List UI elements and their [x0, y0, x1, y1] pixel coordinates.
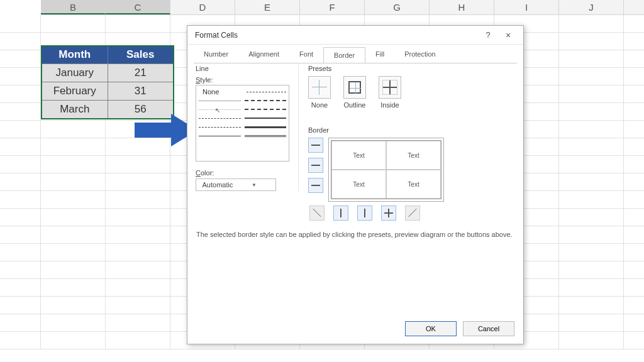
border-middle-h-icon [311, 161, 320, 170]
preset-outline-icon [348, 81, 361, 94]
table-row[interactable]: February 31 [42, 82, 173, 100]
col-header-f[interactable]: F [300, 0, 365, 14]
border-right-icon [384, 209, 393, 217]
col-header-h[interactable]: H [430, 0, 494, 14]
style-dash-dot-thick[interactable] [245, 100, 287, 101]
preset-none-label: None [308, 101, 331, 109]
cursor-icon: ↖ [215, 107, 220, 114]
preset-inside-label: Inside [379, 101, 401, 109]
style-double[interactable] [245, 135, 287, 137]
col-header-c[interactable]: C [106, 0, 170, 14]
dialog-titlebar[interactable]: Format Cells ? × [187, 26, 523, 45]
border-right-button[interactable] [381, 206, 396, 221]
chevron-down-icon: ▼ [236, 182, 272, 188]
tab-number[interactable]: Number [194, 47, 238, 63]
preview-cell: Text [331, 170, 386, 199]
preview-cell: Text [386, 170, 441, 199]
border-middle-h-button[interactable] [308, 158, 323, 173]
border-bottom-button[interactable] [308, 178, 323, 193]
col-header-j[interactable]: J [559, 0, 624, 14]
cell-month: March [42, 101, 108, 118]
border-middle-v-icon [360, 209, 369, 217]
line-color-dropdown[interactable]: Automatic ▼ [196, 178, 276, 191]
presets-group: Presets None Outline Inside [308, 65, 401, 109]
border-preview[interactable]: Text Text Text Text [328, 138, 444, 202]
preset-outline-button[interactable] [343, 76, 366, 99]
tab-panel-border: Line Style: None ↖ Color: Automatic ▼ Pr… [194, 63, 517, 311]
cell-month: February [42, 82, 108, 100]
tab-font[interactable]: Font [289, 47, 323, 63]
table-row[interactable]: January 21 [42, 63, 173, 82]
preset-none-icon [312, 80, 327, 95]
style-medium[interactable] [245, 118, 287, 119]
tab-fill[interactable]: Fill [365, 47, 394, 63]
hint-text: The selected border style can be applied… [196, 231, 513, 238]
border-bottom-icon [311, 181, 320, 190]
presets-group-label: Presets [308, 65, 401, 72]
style-none[interactable]: None [199, 88, 243, 96]
border-group: Border Text Text Text Text [308, 126, 444, 221]
help-button[interactable]: ? [478, 30, 498, 40]
cell-sales: 21 [108, 64, 174, 82]
style-thick[interactable] [245, 126, 287, 128]
preview-cell: Text [331, 141, 386, 170]
tab-alignment[interactable]: Alignment [238, 47, 289, 63]
border-middle-v-button[interactable] [357, 206, 372, 221]
table-header: Month Sales [42, 46, 173, 63]
tab-border[interactable]: Border [323, 47, 365, 63]
style-dash-thick[interactable] [245, 109, 287, 110]
border-left-icon [336, 209, 345, 217]
cancel-button[interactable]: Cancel [463, 321, 514, 336]
border-left-button[interactable] [333, 206, 348, 221]
dialog-button-row: OK Cancel [405, 321, 514, 336]
col-header-d[interactable]: D [170, 0, 235, 14]
preview-cell: Text [386, 141, 441, 170]
style-thin[interactable] [199, 136, 241, 136]
border-diag-up-icon [313, 209, 321, 217]
preset-outline-label: Outline [343, 101, 366, 109]
cell-month: January [42, 64, 108, 82]
preset-none-button[interactable] [308, 76, 331, 99]
line-group: Line Style: None ↖ Color: Automatic ▼ [196, 65, 299, 191]
header-sales: Sales [108, 46, 174, 63]
preset-inside-button[interactable] [379, 76, 401, 99]
dialog-tabs: Number Alignment Font Border Fill Protec… [187, 45, 523, 63]
ok-button[interactable]: OK [405, 321, 457, 336]
line-color-value: Automatic [199, 181, 236, 189]
style-dash-thin[interactable] [247, 92, 287, 92]
data-table: Month Sales January 21 February 31 March… [42, 45, 174, 119]
cell-sales: 31 [108, 82, 174, 100]
col-header-b[interactable]: B [41, 0, 106, 14]
border-diag-up-button[interactable] [309, 206, 325, 221]
style-dash-dot[interactable] [199, 127, 241, 128]
border-diag-down-icon [408, 209, 417, 217]
preset-inside-icon [382, 80, 397, 95]
col-header-e[interactable]: E [235, 0, 300, 14]
border-top-icon [311, 141, 320, 150]
border-top-button[interactable] [308, 138, 323, 153]
style-dashed[interactable] [199, 118, 241, 119]
line-style-label: Style: [196, 76, 289, 84]
border-diag-down-button[interactable] [405, 206, 420, 221]
line-color-label: Color: [196, 169, 289, 177]
line-style-listbox[interactable]: None ↖ [196, 85, 289, 162]
close-button[interactable]: × [498, 30, 518, 40]
header-month: Month [42, 46, 108, 63]
dialog-title: Format Cells [195, 31, 478, 40]
line-group-label: Line [196, 65, 289, 72]
tab-protection[interactable]: Protection [394, 47, 446, 63]
border-group-label: Border [308, 126, 444, 134]
col-header-i[interactable]: I [494, 0, 559, 14]
format-cells-dialog: Format Cells ? × Number Alignment Font B… [187, 25, 524, 344]
col-header-g[interactable]: G [365, 0, 430, 14]
style-dotted[interactable] [199, 101, 241, 101]
column-headers: B C D E F G H I J [41, 0, 644, 15]
